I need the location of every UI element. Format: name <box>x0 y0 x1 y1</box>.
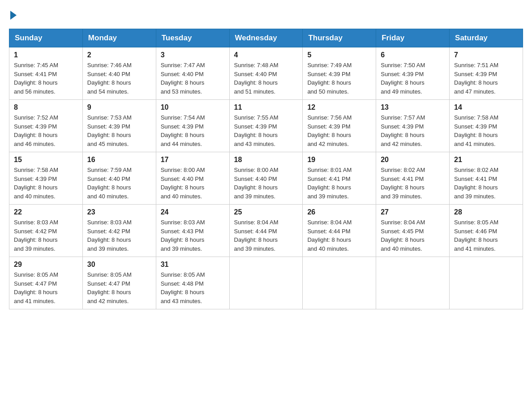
day-info: Sunrise: 8:05 AMSunset: 4:46 PMDaylight:… <box>454 218 518 253</box>
day-cell-7: 7Sunrise: 7:51 AMSunset: 4:39 PMDaylight… <box>450 47 523 100</box>
day-number: 10 <box>161 103 225 111</box>
page-header <box>9 9 523 20</box>
day-number: 1 <box>14 51 78 59</box>
day-cell-9: 9Sunrise: 7:53 AMSunset: 4:39 PMDaylight… <box>82 100 156 152</box>
empty-cell <box>450 257 523 309</box>
day-info: Sunrise: 7:59 AMSunset: 4:40 PMDaylight:… <box>87 166 151 201</box>
day-cell-19: 19Sunrise: 8:01 AMSunset: 4:41 PMDayligh… <box>303 152 376 205</box>
day-cell-27: 27Sunrise: 8:04 AMSunset: 4:45 PMDayligh… <box>376 205 450 257</box>
day-cell-2: 2Sunrise: 7:46 AMSunset: 4:40 PMDaylight… <box>82 47 156 100</box>
day-cell-23: 23Sunrise: 8:03 AMSunset: 4:42 PMDayligh… <box>82 205 156 257</box>
day-number: 4 <box>234 51 298 59</box>
logo-arrow-icon <box>10 11 17 20</box>
day-info: Sunrise: 8:04 AMSunset: 4:44 PMDaylight:… <box>307 218 371 253</box>
day-info: Sunrise: 7:49 AMSunset: 4:39 PMDaylight:… <box>307 61 371 96</box>
day-cell-29: 29Sunrise: 8:05 AMSunset: 4:47 PMDayligh… <box>9 257 83 309</box>
day-number: 26 <box>307 208 371 216</box>
day-info: Sunrise: 7:47 AMSunset: 4:40 PMDaylight:… <box>161 61 225 96</box>
day-info: Sunrise: 7:54 AMSunset: 4:39 PMDaylight:… <box>161 113 225 148</box>
day-number: 9 <box>87 103 151 111</box>
day-cell-14: 14Sunrise: 7:58 AMSunset: 4:39 PMDayligh… <box>450 100 523 152</box>
day-info: Sunrise: 8:03 AMSunset: 4:43 PMDaylight:… <box>161 218 225 253</box>
day-cell-26: 26Sunrise: 8:04 AMSunset: 4:44 PMDayligh… <box>303 205 376 257</box>
day-cell-25: 25Sunrise: 8:04 AMSunset: 4:44 PMDayligh… <box>229 205 303 257</box>
day-cell-24: 24Sunrise: 8:03 AMSunset: 4:43 PMDayligh… <box>156 205 229 257</box>
day-info: Sunrise: 7:56 AMSunset: 4:39 PMDaylight:… <box>307 113 371 148</box>
day-info: Sunrise: 7:58 AMSunset: 4:39 PMDaylight:… <box>14 166 78 201</box>
day-info: Sunrise: 7:57 AMSunset: 4:39 PMDaylight:… <box>381 113 445 148</box>
day-info: Sunrise: 8:05 AMSunset: 4:47 PMDaylight:… <box>87 270 151 305</box>
week-row-4: 22Sunrise: 8:03 AMSunset: 4:42 PMDayligh… <box>9 205 523 257</box>
day-cell-13: 13Sunrise: 7:57 AMSunset: 4:39 PMDayligh… <box>376 100 450 152</box>
weekday-header-wednesday: Wednesday <box>229 29 303 47</box>
day-info: Sunrise: 7:46 AMSunset: 4:40 PMDaylight:… <box>87 61 151 96</box>
day-cell-20: 20Sunrise: 8:02 AMSunset: 4:41 PMDayligh… <box>376 152 450 205</box>
day-cell-6: 6Sunrise: 7:50 AMSunset: 4:39 PMDaylight… <box>376 47 450 100</box>
day-info: Sunrise: 7:52 AMSunset: 4:39 PMDaylight:… <box>14 113 78 148</box>
day-cell-31: 31Sunrise: 8:05 AMSunset: 4:48 PMDayligh… <box>156 257 229 309</box>
day-cell-1: 1Sunrise: 7:45 AMSunset: 4:41 PMDaylight… <box>9 47 83 100</box>
day-cell-30: 30Sunrise: 8:05 AMSunset: 4:47 PMDayligh… <box>82 257 156 309</box>
day-number: 20 <box>381 156 445 164</box>
day-info: Sunrise: 8:01 AMSunset: 4:41 PMDaylight:… <box>307 166 371 201</box>
day-number: 30 <box>87 261 151 269</box>
day-number: 23 <box>87 208 151 216</box>
day-number: 14 <box>454 103 518 111</box>
day-number: 12 <box>307 103 371 111</box>
day-info: Sunrise: 8:02 AMSunset: 4:41 PMDaylight:… <box>454 166 518 201</box>
day-cell-18: 18Sunrise: 8:00 AMSunset: 4:40 PMDayligh… <box>229 152 303 205</box>
day-info: Sunrise: 8:02 AMSunset: 4:41 PMDaylight:… <box>381 166 445 201</box>
day-cell-15: 15Sunrise: 7:58 AMSunset: 4:39 PMDayligh… <box>9 152 83 205</box>
day-info: Sunrise: 8:04 AMSunset: 4:44 PMDaylight:… <box>234 218 298 253</box>
day-number: 16 <box>87 156 151 164</box>
day-number: 29 <box>14 261 78 269</box>
empty-cell <box>376 257 450 309</box>
day-info: Sunrise: 8:00 AMSunset: 4:40 PMDaylight:… <box>161 166 225 201</box>
week-row-3: 15Sunrise: 7:58 AMSunset: 4:39 PMDayligh… <box>9 152 523 205</box>
day-number: 7 <box>454 51 518 59</box>
day-number: 3 <box>161 51 225 59</box>
day-number: 31 <box>161 261 225 269</box>
day-info: Sunrise: 8:03 AMSunset: 4:42 PMDaylight:… <box>87 218 151 253</box>
day-info: Sunrise: 7:45 AMSunset: 4:41 PMDaylight:… <box>14 61 78 96</box>
weekday-header-row: SundayMondayTuesdayWednesdayThursdayFrid… <box>9 29 523 47</box>
weekday-header-monday: Monday <box>82 29 156 47</box>
day-info: Sunrise: 7:48 AMSunset: 4:40 PMDaylight:… <box>234 61 298 96</box>
week-row-1: 1Sunrise: 7:45 AMSunset: 4:41 PMDaylight… <box>9 47 523 100</box>
logo <box>9 9 17 20</box>
day-number: 15 <box>14 156 78 164</box>
week-row-2: 8Sunrise: 7:52 AMSunset: 4:39 PMDaylight… <box>9 100 523 152</box>
day-info: Sunrise: 8:00 AMSunset: 4:40 PMDaylight:… <box>234 166 298 201</box>
day-number: 19 <box>307 156 371 164</box>
day-number: 11 <box>234 103 298 111</box>
week-row-5: 29Sunrise: 8:05 AMSunset: 4:47 PMDayligh… <box>9 257 523 309</box>
day-number: 8 <box>14 103 78 111</box>
day-info: Sunrise: 7:58 AMSunset: 4:39 PMDaylight:… <box>454 113 518 148</box>
day-cell-28: 28Sunrise: 8:05 AMSunset: 4:46 PMDayligh… <box>450 205 523 257</box>
empty-cell <box>303 257 376 309</box>
day-info: Sunrise: 8:03 AMSunset: 4:42 PMDaylight:… <box>14 218 78 253</box>
day-cell-3: 3Sunrise: 7:47 AMSunset: 4:40 PMDaylight… <box>156 47 229 100</box>
day-number: 2 <box>87 51 151 59</box>
day-cell-12: 12Sunrise: 7:56 AMSunset: 4:39 PMDayligh… <box>303 100 376 152</box>
day-info: Sunrise: 7:55 AMSunset: 4:39 PMDaylight:… <box>234 113 298 148</box>
day-cell-21: 21Sunrise: 8:02 AMSunset: 4:41 PMDayligh… <box>450 152 523 205</box>
day-cell-5: 5Sunrise: 7:49 AMSunset: 4:39 PMDaylight… <box>303 47 376 100</box>
day-number: 5 <box>307 51 371 59</box>
day-info: Sunrise: 8:05 AMSunset: 4:47 PMDaylight:… <box>14 270 78 305</box>
weekday-header-thursday: Thursday <box>303 29 376 47</box>
day-number: 17 <box>161 156 225 164</box>
day-info: Sunrise: 8:05 AMSunset: 4:48 PMDaylight:… <box>161 270 225 305</box>
weekday-header-sunday: Sunday <box>9 29 83 47</box>
day-info: Sunrise: 7:50 AMSunset: 4:39 PMDaylight:… <box>381 61 445 96</box>
day-number: 25 <box>234 208 298 216</box>
day-number: 13 <box>381 103 445 111</box>
day-info: Sunrise: 8:04 AMSunset: 4:45 PMDaylight:… <box>381 218 445 253</box>
weekday-header-saturday: Saturday <box>450 29 523 47</box>
day-cell-11: 11Sunrise: 7:55 AMSunset: 4:39 PMDayligh… <box>229 100 303 152</box>
day-info: Sunrise: 7:51 AMSunset: 4:39 PMDaylight:… <box>454 61 518 96</box>
day-cell-10: 10Sunrise: 7:54 AMSunset: 4:39 PMDayligh… <box>156 100 229 152</box>
day-cell-16: 16Sunrise: 7:59 AMSunset: 4:40 PMDayligh… <box>82 152 156 205</box>
day-number: 18 <box>234 156 298 164</box>
day-number: 24 <box>161 208 225 216</box>
